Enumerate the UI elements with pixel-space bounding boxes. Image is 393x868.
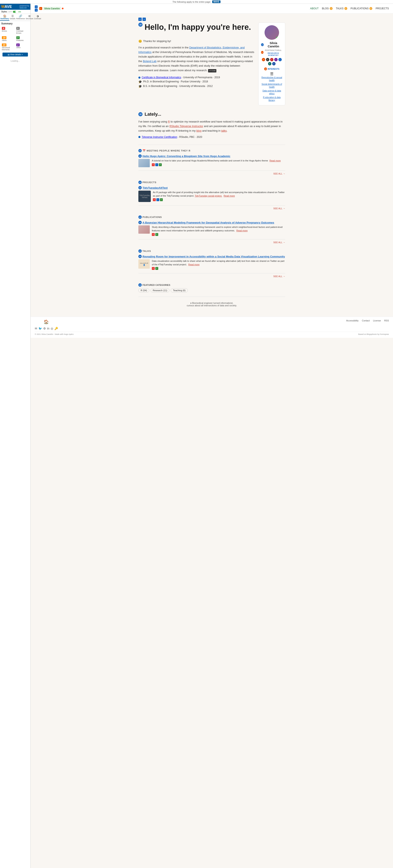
blog-post-link[interactable]: Hello Hugo Apéro: Converting a Blogdown … xyxy=(142,155,230,158)
nav-talks[interactable]: TALKS xyxy=(336,7,343,10)
profile-org-wave-icon: 10 xyxy=(261,51,264,54)
bio-line1: ♦ Biomedical engineer turned informatici… xyxy=(138,302,285,304)
post-indicators: E I F xyxy=(152,163,285,166)
lately-wave-icon: 10 xyxy=(138,112,142,116)
social-icon-5[interactable]: L xyxy=(279,58,282,61)
site-logo[interactable]: E Silvia Canelón xyxy=(39,7,64,10)
indicator-3: F xyxy=(159,163,162,166)
tab-contrast[interactable]: ◑ Contrast xyxy=(34,14,41,21)
social-icon-2[interactable]: G xyxy=(266,58,269,61)
publications-header: 10 PUBLICATIONS xyxy=(138,215,285,219)
footer-nav-contact[interactable]: Contact xyxy=(362,319,370,322)
wave-float-bar: H N xyxy=(138,18,285,21)
edu-cert-link[interactable]: Certificate in Biomedical Informatics xyxy=(142,76,181,79)
footer-bottom: © 2021 Silvia Canelón · Made with Hugo A… xyxy=(35,332,389,335)
footer-nav: Accessibility Contact License RSS xyxy=(346,319,389,322)
social-icon-3[interactable]: Y xyxy=(270,58,273,61)
indicator-2: I xyxy=(155,163,158,166)
footer-nav-rss[interactable]: RSS xyxy=(384,319,389,322)
wave-topbar: The following apply to the entire page: … xyxy=(0,0,393,4)
talks-link[interactable]: talks xyxy=(221,129,227,132)
view-details-button[interactable]: ▤ View details » xyxy=(2,53,28,57)
bio-line2: curious about all intersections of data … xyxy=(138,304,285,307)
publications-see-all[interactable]: SEE ALL → xyxy=(138,239,285,245)
footer-social-1[interactable]: ✉ xyxy=(35,327,37,330)
page-body: H N 10 Hello, I'm happy you're here. 😊 T… xyxy=(134,13,289,317)
footer-social-5[interactable]: ◎ xyxy=(51,327,53,330)
projects-wave-icon: 10 xyxy=(138,181,142,184)
footer-social-4[interactable]: in xyxy=(47,327,50,330)
tab-structure[interactable]: ⊞ Structure xyxy=(25,14,34,21)
project-wave-icon: 10 xyxy=(138,186,142,189)
pub-read-more[interactable]: Read more xyxy=(236,229,248,232)
topbar-notice: The following apply to the entire page: xyxy=(172,1,211,3)
cat-tag-r[interactable]: R (54) xyxy=(138,288,149,292)
projects-header: 10 PROJECTS xyxy=(138,181,285,184)
alerts-item: 19 Alerts xyxy=(1,36,15,42)
interest-link-0[interactable]: Reproductive & sexual health xyxy=(261,76,283,82)
pub-title: 10 A Bayesian Hierarchical Modeling Fram… xyxy=(138,221,285,224)
meeting-see-all[interactable]: SEE ALL → xyxy=(138,170,285,177)
nav-blog[interactable]: BLOG xyxy=(322,7,329,10)
structural-count: 20 xyxy=(2,43,6,46)
pub-link[interactable]: A Bayesian Hierarchical Modeling Framewo… xyxy=(142,221,274,224)
proj-indicator-3: F xyxy=(160,198,163,201)
talk-read-more[interactable]: Read more xyxy=(188,263,199,266)
nav-publications[interactable]: PUBLICATIONS xyxy=(351,7,369,10)
project-link[interactable]: TidyTuesdayAltText xyxy=(142,186,168,189)
thanks-text: Thanks for stopping by! xyxy=(143,39,171,43)
pub-content: Study describing a Bayesian hierarchicha… xyxy=(138,225,285,236)
divider-1 xyxy=(138,145,285,145)
tidyverse-cert-link[interactable]: Tidyverse Instructor Certification xyxy=(142,135,177,138)
blog-read-more[interactable]: Read more xyxy=(269,159,281,162)
tab-summary[interactable]: 🏠 Summary xyxy=(0,14,9,21)
errors-item: 4 Errors xyxy=(1,26,15,35)
social-icon-7[interactable]: M xyxy=(272,62,275,65)
interest-link-2[interactable]: Data science & data ethics xyxy=(261,89,283,95)
styles-toggle[interactable] xyxy=(13,11,18,13)
tidyverse-instructor-link[interactable]: RStudio Tidyverse Instructor xyxy=(169,125,203,128)
talks-wave-icon: 10 xyxy=(138,249,142,253)
lately-text: I've been enjoying using R to optimize m… xyxy=(138,119,285,133)
footer-nav-license[interactable]: License xyxy=(373,319,381,322)
nav-projects[interactable]: PROJECTS xyxy=(375,7,389,10)
cat-tag-teaching[interactable]: Teaching (6) xyxy=(171,288,188,292)
r-link[interactable]: R xyxy=(168,120,170,123)
dept-link[interactable]: Department of Biostatistics, Epidemiolog… xyxy=(138,46,245,54)
footer-social-3[interactable]: ⚙ xyxy=(43,327,46,330)
social-icon-6[interactable]: R xyxy=(268,62,271,65)
projects-see-all[interactable]: SEE ALL → xyxy=(138,205,285,211)
contrast-errors-count: 0 xyxy=(17,27,20,30)
pub-text: Study describing a Bayesian hierarchicha… xyxy=(152,225,285,236)
talk-thumb: csv,conf,v6 👤 xyxy=(138,259,150,269)
wave-tabs: 🏠 Summary ☰ Details 🔗 Reference ⊞ Struct… xyxy=(0,14,30,21)
edu-item-0: Certificate in Biomedical Informatics · … xyxy=(138,76,254,79)
cat-tags: R (54) Research (11) Teaching (6) xyxy=(138,288,285,292)
footer-social-6[interactable]: 🔑 xyxy=(55,327,58,330)
aria-label: ARIA xyxy=(17,46,21,49)
tab-details[interactable]: ☰ Details xyxy=(9,14,16,21)
footer-nav-accessibility[interactable]: Accessibility xyxy=(346,319,359,322)
profile-title: POSTDOCTORAL xyxy=(264,49,283,51)
meeting-wave-icon: 10 xyxy=(138,149,142,152)
nav-about[interactable]: ABOUT xyxy=(310,7,319,10)
talks-see-all[interactable]: SEE ALL → xyxy=(138,273,285,279)
footer-social-2[interactable]: 🐦 xyxy=(38,327,42,330)
talk-link[interactable]: Revealing Room for Improvement in Access… xyxy=(142,255,285,258)
project-social-link[interactable]: TidyTuesday social project. xyxy=(195,194,222,197)
social-icon-4[interactable]: S xyxy=(274,58,277,61)
tab-reference[interactable]: 🔗 Reference xyxy=(16,14,26,21)
boland-lab-link[interactable]: Boland Lab xyxy=(143,60,157,63)
logo-error-dot xyxy=(62,8,64,9)
meeting-header: 10 📅 MEETING PEOPLE WHERE THEY R xyxy=(138,149,285,152)
summary-title: Summary xyxy=(1,22,29,25)
pub-indicator-1: E xyxy=(152,233,155,236)
blog-link[interactable]: blog xyxy=(196,129,201,132)
interest-link-3[interactable]: R education & data literacy xyxy=(261,96,283,102)
avatar-wave-badge: ✓ xyxy=(276,37,279,40)
cat-tag-research[interactable]: Research (11) xyxy=(151,288,170,292)
features-item: 7 Features xyxy=(16,36,29,42)
social-icon-1[interactable]: O xyxy=(262,58,265,61)
interest-link-1[interactable]: Social determinants of health xyxy=(261,83,283,89)
project-read-more[interactable]: Read more xyxy=(224,194,235,197)
